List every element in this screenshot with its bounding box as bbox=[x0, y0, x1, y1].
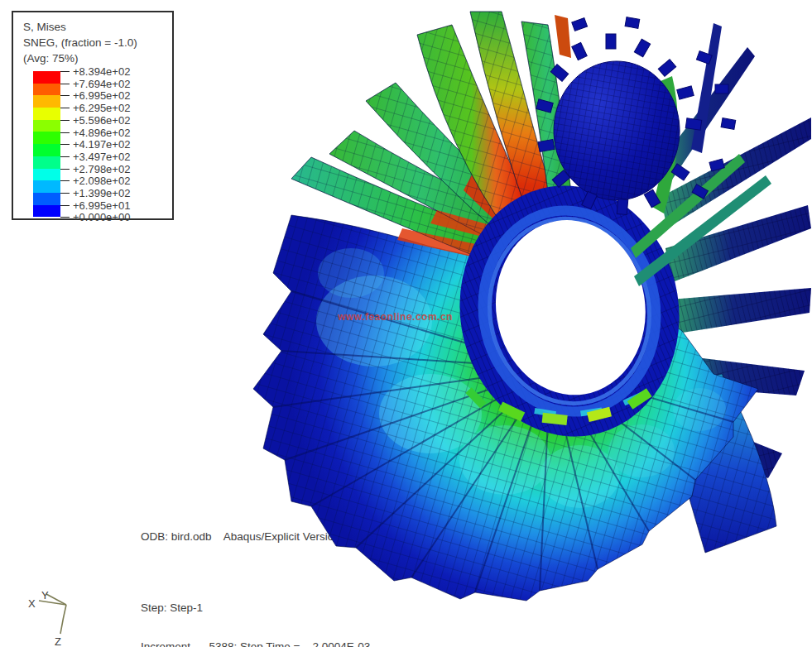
color-band bbox=[33, 193, 60, 205]
abaqus-viewer-window: { "legend": { "title_lines": ["S, Mises"… bbox=[0, 0, 812, 647]
triad-y-label: Y bbox=[41, 589, 49, 601]
scale-tick: +0.000e+00 bbox=[60, 211, 130, 223]
blade-tip-fragment bbox=[555, 15, 571, 58]
color-band bbox=[33, 180, 60, 193]
scale-tick: +6.295e+02 bbox=[60, 102, 130, 113]
state-annotation-block: Step: Step-1 Increment 5388: Step Time =… bbox=[141, 576, 425, 647]
contour-color-scale: +8.394e+02 +7.694e+02 +6.995e+02 +6.295e… bbox=[23, 71, 172, 223]
color-band bbox=[33, 169, 60, 181]
color-band bbox=[33, 156, 60, 169]
legend-variable: S, Mises bbox=[23, 19, 172, 35]
scale-tick: +4.197e+02 bbox=[60, 138, 130, 150]
scale-tick: +4.896e+02 bbox=[60, 127, 130, 138]
color-bar bbox=[33, 71, 60, 217]
legend-section: SNEG, (fraction = -1.0) bbox=[23, 35, 172, 50]
scale-tick: +7.694e+02 bbox=[60, 78, 130, 89]
scale-tick: +5.596e+02 bbox=[60, 114, 130, 126]
step-line: Step: Step-1 bbox=[141, 601, 425, 615]
increment-line: Increment 5388: Step Time = 2.0004E-03 bbox=[141, 640, 425, 647]
scale-tick: +2.098e+02 bbox=[60, 175, 130, 186]
color-band bbox=[33, 84, 60, 96]
color-band bbox=[33, 95, 60, 108]
scale-tick: +2.798e+02 bbox=[60, 163, 130, 175]
triad-z-label: Z bbox=[55, 635, 61, 647]
color-band bbox=[33, 120, 60, 132]
view-triad-icon: X Y Z bbox=[28, 589, 66, 647]
color-band bbox=[33, 132, 60, 144]
scale-tick: +6.995e+02 bbox=[60, 89, 130, 101]
watermark-text: www.feaonline.com.cn bbox=[338, 311, 453, 323]
color-band bbox=[33, 71, 60, 84]
scale-tick: +6.995e+01 bbox=[60, 199, 130, 211]
color-band bbox=[33, 144, 60, 156]
color-band bbox=[33, 108, 60, 120]
scale-tick: +3.497e+02 bbox=[60, 151, 130, 162]
legend-averaging: (Avg: 75%) bbox=[23, 50, 172, 66]
triad-x-label: X bbox=[28, 597, 36, 610]
scale-tick: +1.399e+02 bbox=[60, 187, 130, 199]
color-band bbox=[33, 205, 60, 218]
contour-legend: S, Mises SNEG, (fraction = -1.0) (Avg: 7… bbox=[12, 11, 174, 220]
scale-tick: +8.394e+02 bbox=[60, 65, 130, 77]
